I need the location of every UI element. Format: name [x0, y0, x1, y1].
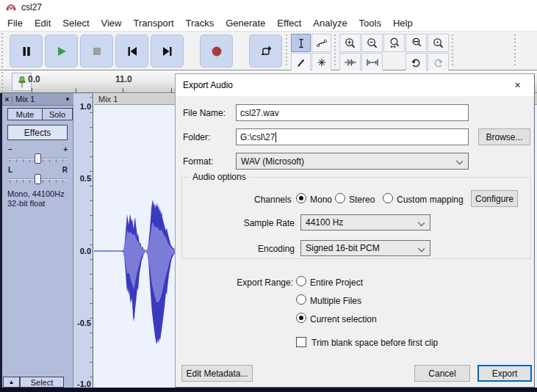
configure-button[interactable]: Configure [471, 190, 518, 207]
track-info-line2: 32-bit float [7, 199, 65, 208]
edit-metadata-button[interactable]: Edit Metadata... [181, 365, 253, 382]
track-menu-dropdown[interactable]: ▼ [65, 96, 73, 103]
pan-left-label: L [8, 167, 12, 174]
skip-to-end-button[interactable] [151, 35, 184, 68]
track-name[interactable]: Mix 1 [12, 95, 65, 104]
track-info-line1: Mono, 44100Hz [7, 189, 65, 199]
menu-generate[interactable]: Generate [220, 16, 271, 30]
stop-button[interactable] [80, 35, 113, 68]
chevron-down-icon [456, 158, 463, 164]
trim-blank-space-checkbox[interactable] [296, 337, 306, 347]
zoom-toggle-button[interactable] [428, 34, 449, 52]
range-entire-project-radio[interactable] [296, 276, 306, 286]
solo-label: Solo [49, 110, 65, 119]
gain-slider[interactable]: − + [8, 146, 68, 164]
mute-label: Mute [16, 110, 34, 119]
menu-file[interactable]: File [1, 16, 29, 30]
effects-button[interactable]: Effects [7, 125, 68, 140]
dialog-title: Export Audio [183, 80, 233, 90]
dialog-title-bar[interactable]: Export Audio [176, 74, 534, 96]
multi-tool-icon [316, 57, 328, 68]
browse-button[interactable]: Browse... [478, 128, 530, 145]
dialog-close-button[interactable]: × [501, 74, 534, 96]
track-close-button[interactable]: × [2, 95, 12, 104]
channels-stereo-label[interactable]: Stereo [349, 195, 375, 205]
pause-icon [20, 45, 33, 58]
track-select-label: Select [31, 378, 54, 387]
pan-slider-thumb[interactable] [35, 174, 41, 184]
timeline-tick [32, 88, 32, 92]
collapse-track-button[interactable]: ▲ [3, 377, 20, 388]
channels-mono-label[interactable]: Mono [310, 195, 332, 205]
text-caret [275, 132, 276, 142]
audio-setup-grip[interactable] [451, 35, 455, 68]
range-current-selection-label[interactable]: Current selection [310, 314, 377, 324]
range-current-selection-radio[interactable] [296, 313, 306, 323]
channels-mono-radio[interactable] [296, 193, 306, 203]
menu-edit[interactable]: Edit [29, 16, 57, 30]
zoom-out-button[interactable] [361, 34, 383, 52]
range-multiple-files-label[interactable]: Multiple Files [310, 296, 361, 306]
selection-tool-button[interactable] [291, 34, 311, 52]
edit-toolbar-grip[interactable] [334, 35, 337, 68]
skip-to-start-button[interactable] [115, 35, 148, 68]
track-select-button[interactable]: Select [20, 377, 64, 388]
trim-audio-button[interactable] [339, 53, 361, 71]
export-button[interactable]: Export [477, 365, 532, 382]
redo-button[interactable] [428, 53, 449, 71]
solo-button[interactable]: Solo [42, 108, 73, 120]
range-multiple-files-radio[interactable] [296, 294, 306, 305]
timeline-grip[interactable] [1, 72, 4, 92]
play-icon [55, 45, 68, 58]
sample-rate-combobox[interactable]: 44100 Hz [300, 214, 430, 231]
loop-button[interactable] [249, 35, 282, 68]
below-tracks-area [0, 388, 537, 392]
fit-project-button[interactable] [406, 34, 427, 52]
trim-blank-space-label[interactable]: Trim blank space before first clip [311, 338, 438, 348]
close-icon: × [514, 79, 520, 91]
file-name-input[interactable]: csl27.wav [236, 104, 469, 121]
audacity-logo-icon [5, 1, 17, 13]
folder-input[interactable]: G:\csl\27 [236, 128, 469, 145]
range-entire-project-label[interactable]: Entire Project [310, 277, 363, 288]
multi-tool-button[interactable] [311, 53, 331, 71]
undo-button[interactable] [406, 53, 427, 71]
record-button[interactable] [200, 35, 233, 68]
channels-custom-label[interactable]: Custom mapping [397, 195, 464, 205]
zoom-in-button[interactable] [339, 34, 361, 52]
format-combobox[interactable]: WAV (Microsoft) [236, 153, 469, 170]
channels-custom-radio[interactable] [383, 193, 393, 203]
menu-help[interactable]: Help [387, 16, 419, 30]
draw-tool-icon [295, 57, 307, 68]
channels-stereo-radio[interactable] [335, 193, 345, 203]
menu-analyze[interactable]: Analyze [307, 16, 353, 30]
pause-button[interactable] [10, 35, 43, 68]
pan-slider[interactable]: L R [8, 167, 68, 184]
menu-effect[interactable]: Effect [271, 16, 307, 30]
share-grip[interactable] [513, 35, 517, 68]
gain-slider-thumb[interactable] [35, 153, 41, 164]
cancel-button[interactable]: Cancel [414, 365, 470, 382]
menu-select[interactable]: Select [57, 16, 95, 30]
timeline-label-0: 0.0 [28, 74, 40, 84]
encoding-combobox[interactable]: Signed 16-bit PCM [300, 240, 430, 256]
fit-selection-button[interactable] [383, 34, 405, 52]
timeline-tick [171, 88, 172, 92]
envelope-tool-button[interactable] [311, 34, 331, 52]
tools-toolbar-grip[interactable] [285, 35, 289, 68]
silence-audio-button[interactable] [361, 53, 383, 71]
waveform[interactable] [94, 93, 175, 388]
menu-transport[interactable]: Transport [127, 16, 179, 30]
chevron-down-icon [418, 245, 425, 252]
toolbar-grip[interactable] [1, 33, 4, 69]
track-header[interactable]: × Mix 1 ▼ [2, 93, 73, 106]
draw-tool-button[interactable] [291, 53, 311, 71]
menu-view[interactable]: View [95, 16, 128, 30]
play-button[interactable] [45, 35, 78, 68]
timeline-label-11: 11.0 [115, 74, 132, 84]
menu-tracks[interactable]: Tracks [180, 16, 220, 30]
export-audio-dialog: Export Audio × File Name: csl27.wav Fold… [175, 73, 535, 388]
vertical-scale-ruler[interactable] [73, 93, 93, 388]
mute-button[interactable]: Mute [7, 108, 43, 120]
menu-tools[interactable]: Tools [353, 16, 387, 30]
